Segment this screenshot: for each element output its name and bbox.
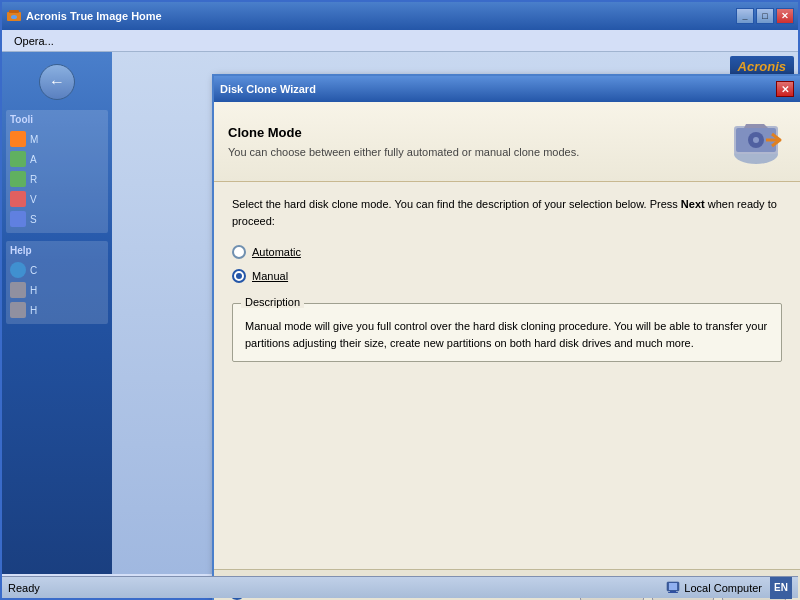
help-section: Help C H H [6, 241, 108, 324]
disk-clone-wizard-dialog: Disk Clone Wizard ✕ Clone Mode You can c… [212, 74, 800, 600]
dialog-header-content: Clone Mode You can choose between either… [228, 125, 716, 158]
app-icon [6, 8, 22, 24]
tools-section: Tooli M A R V [6, 110, 108, 233]
automatic-label: Automatic [252, 246, 301, 258]
description-box: Description Manual mode will give you fu… [232, 303, 782, 362]
sidebar-item-c[interactable]: C [10, 260, 104, 280]
help-title: Help [10, 245, 104, 256]
main-right-area: Acronis ▲ ▼ Disk Clone Wizard ✕ Clone Mo… [112, 52, 798, 574]
sidebar-item-s-label: S [30, 214, 37, 225]
manual-option[interactable]: Manual [232, 269, 782, 283]
dialog-body: Select the hard disk clone mode. You can… [214, 182, 800, 569]
a-icon [10, 151, 26, 167]
dialog-section-title: Clone Mode [228, 125, 716, 140]
sidebar-item-h1-label: H [30, 285, 37, 296]
sidebar-item-a-label: A [30, 154, 37, 165]
dialog-title: Disk Clone Wizard [220, 83, 770, 95]
status-bar: Ready Local Computer EN [2, 576, 798, 598]
sidebar-item-v[interactable]: V [10, 189, 104, 209]
computer-label: Local Computer [684, 582, 762, 594]
v-icon [10, 191, 26, 207]
menu-bar: Opera... [2, 30, 798, 52]
svg-rect-12 [668, 592, 678, 593]
sidebar-item-h2-label: H [30, 305, 37, 316]
automatic-radio[interactable] [232, 245, 246, 259]
description-legend: Description [241, 296, 304, 308]
description-text: Manual mode will give you full control o… [245, 318, 769, 351]
app-title: Acronis True Image Home [26, 10, 732, 22]
sidebar-item-r[interactable]: R [10, 169, 104, 189]
s-icon [10, 211, 26, 227]
status-text: Ready [8, 582, 658, 594]
disk-icon [726, 114, 786, 169]
sidebar-item-h2[interactable]: H [10, 300, 104, 320]
sidebar-item-s[interactable]: S [10, 209, 104, 229]
maximize-button[interactable]: □ [756, 8, 774, 24]
minimize-button[interactable]: _ [736, 8, 754, 24]
close-button[interactable]: ✕ [776, 8, 794, 24]
window-controls: _ □ ✕ [736, 8, 794, 24]
svg-rect-10 [669, 583, 677, 590]
dialog-title-bar: Disk Clone Wizard ✕ [214, 76, 800, 102]
language-badge[interactable]: EN [770, 577, 792, 599]
svg-rect-1 [9, 10, 19, 13]
svg-point-7 [753, 137, 759, 143]
status-right: Local Computer [666, 581, 762, 595]
automatic-option[interactable]: Automatic [232, 245, 782, 259]
h1-icon [10, 282, 26, 298]
dialog-header: Clone Mode You can choose between either… [214, 102, 800, 182]
svg-rect-11 [670, 591, 676, 592]
dialog-close-button[interactable]: ✕ [776, 81, 794, 97]
r-icon [10, 171, 26, 187]
sidebar-item-r-label: R [30, 174, 37, 185]
manual-label: Manual [252, 270, 288, 282]
instruction-text: Select the hard disk clone mode. You can… [232, 196, 782, 229]
sidebar-item-m[interactable]: M [10, 129, 104, 149]
m-icon [10, 131, 26, 147]
computer-icon [666, 581, 680, 595]
h2-icon [10, 302, 26, 318]
menu-opera[interactable]: Opera... [6, 33, 62, 49]
sidebar-item-v-label: V [30, 194, 37, 205]
tools-title: Tooli [10, 114, 104, 125]
sidebar-item-a[interactable]: A [10, 149, 104, 169]
app-window: Acronis True Image Home _ □ ✕ Opera... ←… [0, 0, 800, 600]
manual-radio[interactable] [232, 269, 246, 283]
back-button[interactable]: ← [39, 64, 75, 100]
sidebar-item-m-label: M [30, 134, 38, 145]
clone-mode-radio-group: Automatic Manual [232, 245, 782, 283]
dialog-section-subtitle: You can choose between either fully auto… [228, 146, 716, 158]
title-bar: Acronis True Image Home _ □ ✕ [2, 2, 798, 30]
c-icon [10, 262, 26, 278]
svg-point-2 [11, 15, 17, 19]
sidebar-item-h1[interactable]: H [10, 280, 104, 300]
sidebar: ← Tooli M A R V [2, 52, 112, 574]
main-content: ← Tooli M A R V [2, 52, 798, 574]
radio-selected-dot [236, 273, 242, 279]
sidebar-item-c-label: C [30, 265, 37, 276]
